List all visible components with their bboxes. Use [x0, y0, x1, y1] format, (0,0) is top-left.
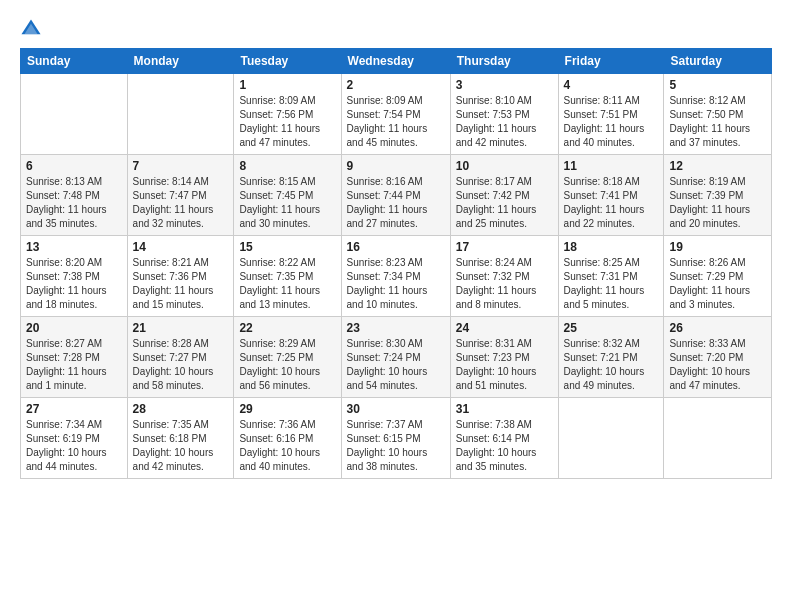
day-info: Sunrise: 8:13 AM Sunset: 7:48 PM Dayligh… — [26, 175, 122, 231]
calendar-header-row: SundayMondayTuesdayWednesdayThursdayFrid… — [21, 49, 772, 74]
day-number: 8 — [239, 159, 335, 173]
calendar-week-row: 20Sunrise: 8:27 AM Sunset: 7:28 PM Dayli… — [21, 317, 772, 398]
day-number: 1 — [239, 78, 335, 92]
day-info: Sunrise: 7:37 AM Sunset: 6:15 PM Dayligh… — [347, 418, 445, 474]
calendar-cell: 3Sunrise: 8:10 AM Sunset: 7:53 PM Daylig… — [450, 74, 558, 155]
day-info: Sunrise: 8:32 AM Sunset: 7:21 PM Dayligh… — [564, 337, 659, 393]
day-number: 21 — [133, 321, 229, 335]
calendar-cell: 17Sunrise: 8:24 AM Sunset: 7:32 PM Dayli… — [450, 236, 558, 317]
day-number: 5 — [669, 78, 766, 92]
calendar-table: SundayMondayTuesdayWednesdayThursdayFrid… — [20, 48, 772, 479]
day-number: 10 — [456, 159, 553, 173]
day-info: Sunrise: 7:35 AM Sunset: 6:18 PM Dayligh… — [133, 418, 229, 474]
calendar-cell — [558, 398, 664, 479]
day-info: Sunrise: 8:28 AM Sunset: 7:27 PM Dayligh… — [133, 337, 229, 393]
calendar-cell: 18Sunrise: 8:25 AM Sunset: 7:31 PM Dayli… — [558, 236, 664, 317]
day-number: 15 — [239, 240, 335, 254]
day-header-saturday: Saturday — [664, 49, 772, 74]
calendar-week-row: 13Sunrise: 8:20 AM Sunset: 7:38 PM Dayli… — [21, 236, 772, 317]
day-info: Sunrise: 8:10 AM Sunset: 7:53 PM Dayligh… — [456, 94, 553, 150]
calendar-cell: 25Sunrise: 8:32 AM Sunset: 7:21 PM Dayli… — [558, 317, 664, 398]
calendar-cell: 1Sunrise: 8:09 AM Sunset: 7:56 PM Daylig… — [234, 74, 341, 155]
day-info: Sunrise: 8:09 AM Sunset: 7:54 PM Dayligh… — [347, 94, 445, 150]
calendar-cell: 29Sunrise: 7:36 AM Sunset: 6:16 PM Dayli… — [234, 398, 341, 479]
calendar-week-row: 1Sunrise: 8:09 AM Sunset: 7:56 PM Daylig… — [21, 74, 772, 155]
logo — [20, 18, 46, 40]
day-number: 30 — [347, 402, 445, 416]
calendar-cell: 9Sunrise: 8:16 AM Sunset: 7:44 PM Daylig… — [341, 155, 450, 236]
day-number: 26 — [669, 321, 766, 335]
day-info: Sunrise: 8:11 AM Sunset: 7:51 PM Dayligh… — [564, 94, 659, 150]
header — [20, 18, 772, 40]
day-info: Sunrise: 7:36 AM Sunset: 6:16 PM Dayligh… — [239, 418, 335, 474]
day-number: 22 — [239, 321, 335, 335]
day-number: 29 — [239, 402, 335, 416]
day-info: Sunrise: 8:30 AM Sunset: 7:24 PM Dayligh… — [347, 337, 445, 393]
day-number: 13 — [26, 240, 122, 254]
calendar-cell: 12Sunrise: 8:19 AM Sunset: 7:39 PM Dayli… — [664, 155, 772, 236]
day-number: 11 — [564, 159, 659, 173]
calendar-cell: 10Sunrise: 8:17 AM Sunset: 7:42 PM Dayli… — [450, 155, 558, 236]
day-number: 27 — [26, 402, 122, 416]
day-header-sunday: Sunday — [21, 49, 128, 74]
logo-icon — [20, 18, 42, 40]
day-info: Sunrise: 8:24 AM Sunset: 7:32 PM Dayligh… — [456, 256, 553, 312]
day-info: Sunrise: 8:14 AM Sunset: 7:47 PM Dayligh… — [133, 175, 229, 231]
day-number: 4 — [564, 78, 659, 92]
calendar-cell: 24Sunrise: 8:31 AM Sunset: 7:23 PM Dayli… — [450, 317, 558, 398]
calendar-cell: 28Sunrise: 7:35 AM Sunset: 6:18 PM Dayli… — [127, 398, 234, 479]
day-info: Sunrise: 8:29 AM Sunset: 7:25 PM Dayligh… — [239, 337, 335, 393]
day-header-wednesday: Wednesday — [341, 49, 450, 74]
day-info: Sunrise: 8:31 AM Sunset: 7:23 PM Dayligh… — [456, 337, 553, 393]
day-info: Sunrise: 8:33 AM Sunset: 7:20 PM Dayligh… — [669, 337, 766, 393]
calendar-cell: 5Sunrise: 8:12 AM Sunset: 7:50 PM Daylig… — [664, 74, 772, 155]
day-header-monday: Monday — [127, 49, 234, 74]
day-number: 3 — [456, 78, 553, 92]
day-header-tuesday: Tuesday — [234, 49, 341, 74]
day-info: Sunrise: 8:17 AM Sunset: 7:42 PM Dayligh… — [456, 175, 553, 231]
day-number: 16 — [347, 240, 445, 254]
day-header-friday: Friday — [558, 49, 664, 74]
day-number: 23 — [347, 321, 445, 335]
calendar-cell: 30Sunrise: 7:37 AM Sunset: 6:15 PM Dayli… — [341, 398, 450, 479]
day-number: 28 — [133, 402, 229, 416]
day-info: Sunrise: 8:09 AM Sunset: 7:56 PM Dayligh… — [239, 94, 335, 150]
calendar-cell — [127, 74, 234, 155]
day-number: 12 — [669, 159, 766, 173]
calendar-cell: 6Sunrise: 8:13 AM Sunset: 7:48 PM Daylig… — [21, 155, 128, 236]
day-info: Sunrise: 8:18 AM Sunset: 7:41 PM Dayligh… — [564, 175, 659, 231]
day-number: 18 — [564, 240, 659, 254]
day-info: Sunrise: 8:20 AM Sunset: 7:38 PM Dayligh… — [26, 256, 122, 312]
day-number: 20 — [26, 321, 122, 335]
day-info: Sunrise: 8:19 AM Sunset: 7:39 PM Dayligh… — [669, 175, 766, 231]
calendar-cell: 21Sunrise: 8:28 AM Sunset: 7:27 PM Dayli… — [127, 317, 234, 398]
calendar-cell: 4Sunrise: 8:11 AM Sunset: 7:51 PM Daylig… — [558, 74, 664, 155]
page: SundayMondayTuesdayWednesdayThursdayFrid… — [0, 0, 792, 612]
day-info: Sunrise: 7:38 AM Sunset: 6:14 PM Dayligh… — [456, 418, 553, 474]
day-number: 24 — [456, 321, 553, 335]
calendar-cell: 20Sunrise: 8:27 AM Sunset: 7:28 PM Dayli… — [21, 317, 128, 398]
calendar-cell: 7Sunrise: 8:14 AM Sunset: 7:47 PM Daylig… — [127, 155, 234, 236]
day-info: Sunrise: 8:12 AM Sunset: 7:50 PM Dayligh… — [669, 94, 766, 150]
day-info: Sunrise: 8:23 AM Sunset: 7:34 PM Dayligh… — [347, 256, 445, 312]
calendar-cell: 16Sunrise: 8:23 AM Sunset: 7:34 PM Dayli… — [341, 236, 450, 317]
calendar-cell: 13Sunrise: 8:20 AM Sunset: 7:38 PM Dayli… — [21, 236, 128, 317]
day-info: Sunrise: 8:16 AM Sunset: 7:44 PM Dayligh… — [347, 175, 445, 231]
calendar-cell: 15Sunrise: 8:22 AM Sunset: 7:35 PM Dayli… — [234, 236, 341, 317]
calendar-cell — [21, 74, 128, 155]
day-info: Sunrise: 8:25 AM Sunset: 7:31 PM Dayligh… — [564, 256, 659, 312]
day-info: Sunrise: 8:22 AM Sunset: 7:35 PM Dayligh… — [239, 256, 335, 312]
day-number: 6 — [26, 159, 122, 173]
day-info: Sunrise: 8:15 AM Sunset: 7:45 PM Dayligh… — [239, 175, 335, 231]
calendar-cell — [664, 398, 772, 479]
calendar-cell: 2Sunrise: 8:09 AM Sunset: 7:54 PM Daylig… — [341, 74, 450, 155]
calendar-cell: 27Sunrise: 7:34 AM Sunset: 6:19 PM Dayli… — [21, 398, 128, 479]
day-info: Sunrise: 8:26 AM Sunset: 7:29 PM Dayligh… — [669, 256, 766, 312]
calendar-week-row: 6Sunrise: 8:13 AM Sunset: 7:48 PM Daylig… — [21, 155, 772, 236]
day-number: 19 — [669, 240, 766, 254]
day-number: 31 — [456, 402, 553, 416]
calendar-cell: 31Sunrise: 7:38 AM Sunset: 6:14 PM Dayli… — [450, 398, 558, 479]
calendar-cell: 14Sunrise: 8:21 AM Sunset: 7:36 PM Dayli… — [127, 236, 234, 317]
day-number: 2 — [347, 78, 445, 92]
calendar-cell: 26Sunrise: 8:33 AM Sunset: 7:20 PM Dayli… — [664, 317, 772, 398]
